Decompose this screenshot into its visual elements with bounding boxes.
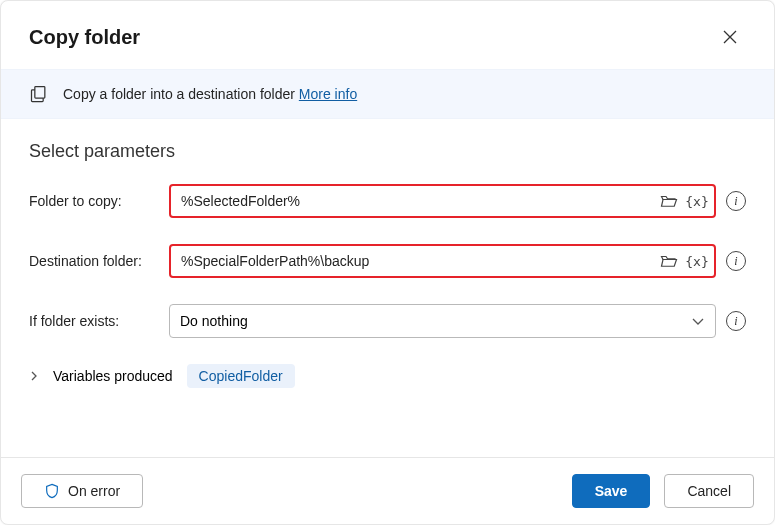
if-folder-exists-label: If folder exists: <box>29 313 169 329</box>
close-icon <box>723 30 737 44</box>
folder-to-copy-input[interactable]: %SelectedFolder% {x} <box>169 184 716 218</box>
info-icon[interactable]: i <box>726 251 746 271</box>
on-error-label: On error <box>68 483 120 499</box>
folder-open-icon <box>660 193 678 209</box>
row-if-folder-exists: If folder exists: Do nothing i <box>29 304 746 338</box>
if-folder-exists-select[interactable]: Do nothing <box>169 304 716 338</box>
folder-to-copy-value: %SelectedFolder% <box>181 193 652 209</box>
shield-icon <box>44 483 60 499</box>
browse-folder-button[interactable] <box>658 250 680 272</box>
copy-folder-dialog: Copy folder Copy a folder into a destina… <box>0 0 775 525</box>
variable-chip[interactable]: CopiedFolder <box>187 364 295 388</box>
more-info-link[interactable]: More info <box>299 86 357 102</box>
variables-produced-row[interactable]: Variables produced CopiedFolder <box>29 364 746 388</box>
save-button[interactable]: Save <box>572 474 651 508</box>
row-folder-to-copy: Folder to copy: %SelectedFolder% {x} i <box>29 184 746 218</box>
info-icon[interactable]: i <box>726 191 746 211</box>
insert-variable-button[interactable]: {x} <box>686 190 708 212</box>
close-button[interactable] <box>714 21 746 53</box>
copy-folder-icon <box>29 84 49 104</box>
cancel-label: Cancel <box>687 483 731 499</box>
save-label: Save <box>595 483 628 499</box>
folder-open-icon <box>660 253 678 269</box>
variables-produced-label: Variables produced <box>53 368 173 384</box>
section-title: Select parameters <box>29 141 746 162</box>
row-destination-folder: Destination folder: %SpecialFolderPath%\… <box>29 244 746 278</box>
chevron-down-icon <box>691 314 705 328</box>
banner-text: Copy a folder into a destination folder … <box>63 86 357 102</box>
cancel-button[interactable]: Cancel <box>664 474 754 508</box>
destination-folder-label: Destination folder: <box>29 253 169 269</box>
destination-folder-input[interactable]: %SpecialFolderPath%\backup {x} <box>169 244 716 278</box>
info-icon[interactable]: i <box>726 311 746 331</box>
browse-folder-button[interactable] <box>658 190 680 212</box>
svg-rect-0 <box>35 87 45 99</box>
insert-variable-button[interactable]: {x} <box>686 250 708 272</box>
if-folder-exists-value: Do nothing <box>180 313 248 329</box>
chevron-right-icon <box>29 371 39 381</box>
on-error-button[interactable]: On error <box>21 474 143 508</box>
dialog-content: Select parameters Folder to copy: %Selec… <box>1 119 774 457</box>
dialog-header: Copy folder <box>1 1 774 69</box>
dialog-footer: On error Save Cancel <box>1 457 774 524</box>
info-banner: Copy a folder into a destination folder … <box>1 69 774 119</box>
destination-folder-value: %SpecialFolderPath%\backup <box>181 253 652 269</box>
folder-to-copy-label: Folder to copy: <box>29 193 169 209</box>
dialog-title: Copy folder <box>29 26 140 49</box>
